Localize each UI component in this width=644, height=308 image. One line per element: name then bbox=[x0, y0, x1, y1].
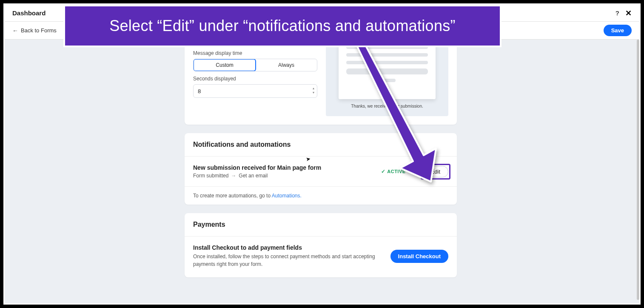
check-icon: ✓ bbox=[381, 168, 386, 174]
number-spinner[interactable]: ▴ ▾ bbox=[313, 86, 314, 95]
payments-card: Payments Install Checkout to add payment… bbox=[185, 213, 457, 277]
automation-subtitle: Form submitted → Get an email bbox=[193, 173, 381, 179]
automations-link[interactable]: Automations. bbox=[272, 193, 302, 199]
automation-action: Get an email bbox=[239, 173, 268, 179]
preview-thanks-text: Thanks, we received your submission. bbox=[351, 104, 423, 108]
notifications-card: Notifications and automations New submis… bbox=[185, 133, 457, 205]
payments-heading: Payments bbox=[193, 221, 448, 228]
notifications-heading: Notifications and automations bbox=[193, 141, 448, 148]
dashboard-title: Dashboard bbox=[12, 9, 46, 17]
app-root: Dashboard ? ✕ ← Back to Forms Save Messa… bbox=[5, 5, 639, 303]
help-icon[interactable]: ? bbox=[616, 9, 619, 17]
seconds-input[interactable]: 8 ▴ ▾ bbox=[193, 84, 317, 98]
footer-prefix: To create more automations, go to bbox=[193, 193, 272, 199]
spinner-up-icon[interactable]: ▴ bbox=[313, 86, 314, 91]
display-time-label: Message display time bbox=[193, 50, 317, 56]
edit-automation-button[interactable]: Edit bbox=[423, 166, 448, 177]
display-time-custom[interactable]: Custom bbox=[193, 59, 256, 71]
automations-footer: To create more automations, go to Automa… bbox=[185, 187, 457, 205]
save-button[interactable]: Save bbox=[604, 25, 632, 36]
status-badge: ✓ ACTIVE bbox=[381, 168, 406, 174]
spinner-down-icon[interactable]: ▾ bbox=[313, 91, 314, 95]
instruction-text: Select “Edit” under “notifications and a… bbox=[109, 17, 456, 35]
vertical-scrollbar[interactable] bbox=[637, 40, 639, 300]
mouse-cursor-icon: ➤ bbox=[305, 155, 311, 163]
automation-title: New submission received for Main page fo… bbox=[193, 164, 381, 171]
payments-desc: Once installed, follow the steps to conn… bbox=[193, 253, 382, 268]
instruction-banner: Select “Edit” under “notifications and a… bbox=[63, 5, 502, 47]
display-time-always[interactable]: Always bbox=[256, 59, 317, 71]
content-area: Message display time Custom Always Secon… bbox=[5, 40, 637, 303]
back-arrow-icon: ← bbox=[12, 27, 18, 34]
automation-row: New submission received for Main page fo… bbox=[185, 157, 457, 186]
automation-trigger: Form submitted bbox=[193, 173, 228, 179]
form-preview-panel: Thanks, we received your submission. bbox=[326, 40, 448, 116]
payments-row: Install Checkout to add payment fields O… bbox=[185, 237, 457, 277]
message-settings-card: Message display time Custom Always Secon… bbox=[185, 40, 457, 125]
back-link-label: Back to Forms bbox=[21, 27, 57, 34]
install-checkout-button[interactable]: Install Checkout bbox=[390, 250, 448, 263]
status-text: ACTIVE bbox=[387, 169, 405, 174]
arrow-right-icon: → bbox=[231, 173, 236, 179]
form-preview-inner bbox=[339, 40, 436, 99]
display-time-toggle: Custom Always bbox=[193, 59, 317, 71]
payments-title: Install Checkout to add payment fields bbox=[193, 244, 382, 251]
back-to-forms-link[interactable]: ← Back to Forms bbox=[12, 27, 57, 34]
seconds-label: Seconds displayed bbox=[193, 76, 317, 82]
seconds-value: 8 bbox=[198, 88, 201, 94]
close-icon[interactable]: ✕ bbox=[625, 9, 632, 18]
topbar-actions: ? ✕ bbox=[616, 9, 632, 18]
